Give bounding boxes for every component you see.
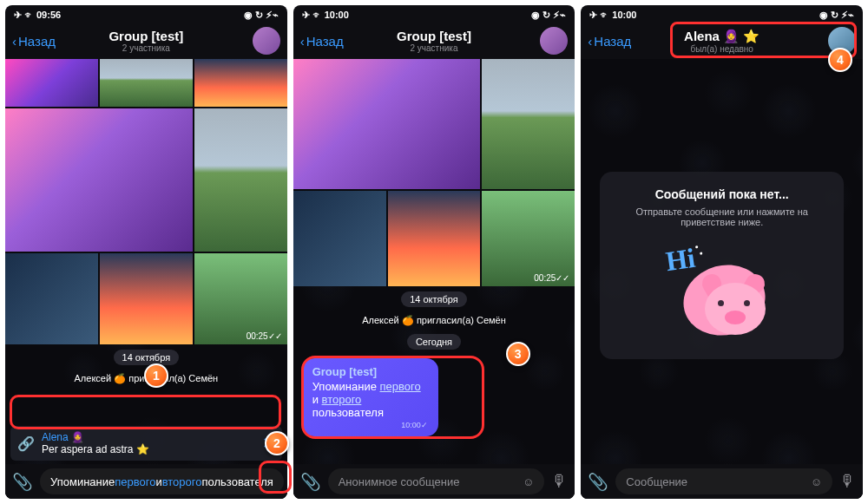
chat-content[interactable]: 00:25✓✓ 14 октября Алексей 🍊 пригласил(а… (293, 59, 575, 499)
phone-screen-1: ✈︎ᯤ09:56 ◉ ↻ ⚡︎⌁ ‹ Назад Group [test] 2 … (5, 5, 287, 499)
reply-name: Alena 🧕 (42, 431, 255, 443)
input-bar: 📎 Сообщение☺ 🎙 (581, 464, 863, 499)
bubble-text: Упоминание первого и второгопользователя (312, 380, 428, 419)
chat-content[interactable]: 00:25✓✓ 14 октября Алексей 🍊 пригласил(а… (5, 59, 287, 499)
input-bar: 📎 Упоминание первого и второго пользоват… (5, 464, 287, 499)
media-thumb[interactable]: 00:25✓✓ (194, 253, 287, 344)
badge-3: 3 (506, 342, 530, 366)
emoji-icon[interactable]: ☺ (811, 475, 822, 488)
greeting-sticker[interactable]: Hi (666, 239, 779, 344)
media-thumb[interactable] (293, 191, 386, 286)
status-bar: ✈︎ᯤ09:56 ◉ ↻ ⚡︎⌁ (5, 5, 287, 23)
media-time: 00:25✓✓ (247, 331, 282, 341)
media-thumb[interactable] (388, 191, 481, 286)
link-icon: 🔗 (17, 435, 35, 452)
avatar[interactable] (540, 27, 568, 55)
status-bar: ✈︎ᯤ10:00 ◉ ↻ ⚡︎⌁ (581, 5, 863, 23)
date-separator: Сегодня (407, 334, 461, 350)
phone-screen-3: ✈︎ᯤ10:00 ◉ ↻ ⚡︎⌁ ‹ Назад Alena 🧕 ⭐ был(а… (581, 5, 863, 499)
media-thumb[interactable] (100, 59, 193, 107)
input-bar: 📎 Анонимное сообщение☺ 🎙 (293, 464, 575, 499)
back-button[interactable]: ‹ Назад (588, 34, 631, 49)
attach-icon[interactable]: 📎 (588, 472, 608, 492)
hi-text: Hi (663, 242, 697, 278)
message-input[interactable]: Анонимное сообщение☺ (328, 468, 545, 494)
chat-content[interactable]: Сообщений пока нет... Отправьте сообщени… (581, 59, 863, 499)
attach-icon[interactable]: 📎 (12, 472, 33, 492)
date-separator: 14 октября (401, 291, 467, 307)
media-thumb[interactable] (194, 59, 287, 107)
empty-subtitle: Отправьте сообщение или нажмите на приве… (615, 206, 828, 227)
media-time: 00:25✓✓ (534, 273, 569, 283)
badge-2: 2 (265, 431, 289, 455)
media-thumb[interactable] (194, 108, 287, 252)
chat-title[interactable]: Alena 🧕 ⭐ (684, 29, 760, 44)
emoji-icon[interactable]: ☺ (523, 475, 534, 488)
empty-title: Сообщений пока нет... (615, 187, 828, 201)
bubble-title: Group [test] (312, 365, 428, 378)
chat-subtitle: 2 участника (397, 43, 471, 53)
chat-subtitle: 2 участника (108, 43, 183, 53)
media-thumb[interactable] (5, 108, 193, 252)
media-thumb[interactable]: 00:25✓✓ (482, 191, 575, 286)
media-thumb[interactable] (482, 59, 575, 189)
chat-subtitle: был(а) недавно (684, 44, 760, 54)
attach-icon[interactable]: 📎 (300, 472, 321, 492)
media-thumb[interactable] (5, 253, 98, 344)
badge-1: 1 (144, 363, 168, 388)
reply-text: Per aspera ad astra ⭐ (42, 443, 255, 455)
badge-4: 4 (828, 48, 852, 72)
empty-state[interactable]: Сообщений пока нет... Отправьте сообщени… (600, 172, 844, 359)
message-input[interactable]: Упоминание первого и второго пользовател… (40, 468, 284, 494)
media-thumb[interactable] (5, 59, 98, 107)
status-bar: ✈︎ᯤ10:00 ◉ ↻ ⚡︎⌁ (293, 5, 575, 23)
bubble-time: 10:00✓ (312, 421, 428, 429)
reply-preview[interactable]: 🔗 Alena 🧕 Per aspera ad astra ⭐ ✕ (10, 426, 282, 461)
system-message: Алексей 🍊 пригласил(а) Семён (362, 315, 506, 326)
nav-bar: ‹ Назад Group [test] 2 участника (5, 23, 287, 59)
nav-bar: ‹ Назад Group [test] 2 участника (293, 23, 575, 59)
mic-icon[interactable]: 🎙 (839, 472, 856, 491)
chat-title[interactable]: Group [test] (397, 29, 471, 43)
message-bubble[interactable]: Group [test] Упоминание первого и второг… (302, 358, 438, 436)
date-separator: 14 октября (114, 350, 180, 365)
back-button[interactable]: ‹ Назад (12, 34, 56, 49)
message-input[interactable]: Сообщение☺ (615, 468, 832, 494)
media-thumb[interactable] (293, 59, 481, 189)
avatar[interactable] (253, 27, 280, 55)
chat-title[interactable]: Group [test] (108, 29, 183, 43)
media-thumb[interactable] (100, 253, 193, 344)
nav-bar: ‹ Назад Alena 🧕 ⭐ был(а) недавно (581, 23, 863, 59)
mic-icon[interactable]: 🎙 (551, 472, 568, 491)
back-button[interactable]: ‹ Назад (300, 34, 344, 49)
phone-screen-2: ✈︎ᯤ10:00 ◉ ↻ ⚡︎⌁ ‹ Назад Group [test] 2 … (293, 5, 575, 499)
